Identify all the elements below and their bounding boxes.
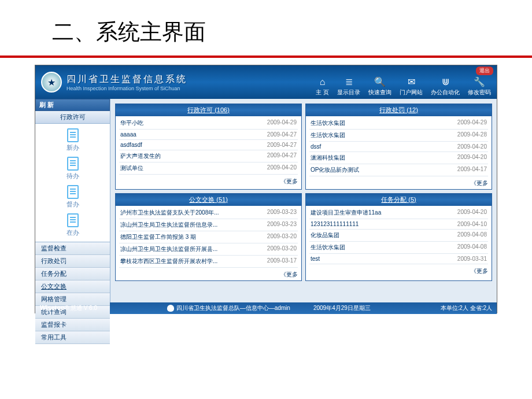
list-item[interactable]: 生活饮水集团2009-04-29 (309, 117, 488, 130)
nav-password[interactable]: 🔧 修改密码 (468, 76, 491, 97)
sidebar-item-label: 待办 (66, 172, 79, 180)
list-item[interactable]: aaaaa2009-04-27 (119, 130, 298, 140)
list-item[interactable]: 潇湘科技集团2009-04-20 (309, 152, 488, 164)
slide-title: 二、系统主界面 (0, 0, 532, 56)
list-item[interactable]: dssf2009-04-20 (309, 142, 488, 152)
user-icon (167, 305, 174, 312)
search-icon: 🔍 (374, 76, 386, 87)
more-link[interactable]: 《更多 (116, 176, 301, 187)
app-title: 四川省卫生监督信息系统 (66, 73, 187, 86)
sidebar-item-label: 新办 (66, 143, 79, 152)
list-icon: ≣ (345, 76, 353, 87)
nav-home[interactable]: ⌂ 主 页 (316, 77, 329, 97)
menu-penalty[interactable]: 行政处罚 (35, 255, 110, 268)
more-link[interactable]: 《更多 (306, 265, 492, 277)
sidebar-section-title: 行政许可 (35, 111, 110, 124)
list-item[interactable]: 1231231111111112009-04-10 (309, 219, 488, 230)
nav-label: 显示目录 (337, 88, 360, 97)
nav-search[interactable]: 🔍 快速查询 (368, 76, 391, 97)
list-item[interactable]: 华平小吃2009-04-29 (119, 117, 298, 130)
nav-label: 快速查询 (368, 88, 391, 97)
panel-header[interactable]: 任务分配 (5) (306, 194, 492, 206)
menu-document[interactable]: 公文交换 (35, 280, 110, 293)
nav-catalog[interactable]: ≣ 显示目录 (337, 76, 360, 97)
nav-label: 主 页 (316, 88, 329, 97)
sidebar: 刷 新 行政许可 新办 待办 督办 在办 (35, 99, 110, 302)
panel-body: 华平小吃2009-04-29 aaaaa2009-04-27 asdfasdf2… (116, 116, 301, 176)
panel-license: 行政许可 (106) 华平小吃2009-04-29 aaaaa2009-04-2… (115, 104, 302, 190)
sidebar-item-inprogress[interactable]: 在办 (35, 211, 110, 239)
list-item[interactable]: 生活饮水集团2009-04-28 (309, 130, 488, 142)
panel-row-2: 公文交换 (51) 泸州市卫生执法监督支队关于2008年...2009-03-2… (115, 193, 492, 281)
sidebar-items: 新办 待办 督办 在办 (35, 124, 110, 242)
list-item[interactable]: 生活饮水集团2009-04-08 (309, 242, 488, 254)
panel-row-1: 行政许可 (106) 华平小吃2009-04-29 aaaaa2009-04-2… (115, 104, 492, 190)
panel-penalty: 行政处罚 (12) 生活饮水集团2009-04-29 生活饮水集团2009-04… (305, 104, 492, 190)
list-item[interactable]: 德阳卫生监督工作简报第 3 期2009-03-20 (119, 231, 298, 243)
sidebar-menu: 监督检查 行政处罚 任务分配 公文交换 网格管理 统计查询 监督报卡 常用工具 (35, 242, 110, 344)
menu-inspection[interactable]: 监督检查 (35, 242, 110, 255)
footer-org: 四川省卫生执法监督总队—信息中心—admin (176, 305, 290, 311)
header-nav: ⌂ 主 页 ≣ 显示目录 🔍 快速查询 ✉ 门户网站 ⋓ 办公自动化 🔧 修改密 (316, 76, 491, 97)
menu-report[interactable]: 监督报卡 (35, 319, 110, 331)
wrench-icon: 🔧 (474, 76, 485, 87)
panel-task: 任务分配 (5) 建设项目卫生审查申请11aa2009-04-20 123123… (305, 193, 492, 281)
nav-portal[interactable]: ✉ 门户网站 (400, 76, 423, 97)
document-icon (67, 213, 79, 227)
panel-body: 建设项目卫生审查申请11aa2009-04-20 123123111111111… (306, 206, 492, 265)
document-icon (67, 185, 79, 199)
panel-header[interactable]: 行政许可 (106) (116, 104, 301, 116)
nav-label: 办公自动化 (431, 88, 460, 97)
footer-datetime: 2009年4月29日星期三 (313, 304, 371, 312)
mail-icon: ✉ (408, 76, 415, 87)
app-window: 退出 ★ 四川省卫生监督信息系统 Health Inspection Infor… (35, 65, 497, 313)
document-icon (67, 128, 79, 142)
nav-label: 修改密码 (468, 88, 491, 97)
home-icon: ⌂ (320, 77, 326, 87)
more-link[interactable]: 《更多 (306, 178, 492, 189)
sidebar-item-new[interactable]: 新办 (35, 126, 110, 154)
app-subtitle: Health Inspection Information System of … (66, 86, 187, 91)
footer-brand: Wisetop® 慧通 V 6.0 (40, 304, 97, 312)
sidebar-item-pending[interactable]: 待办 (35, 154, 110, 183)
panel-body: 生活饮水集团2009-04-29 生活饮水集团2009-04-28 dssf20… (306, 116, 492, 178)
list-item[interactable]: 凉山州卫生局卫生执法监督所开展县...2009-03-20 (119, 243, 298, 256)
sidebar-item-supervise[interactable]: 督办 (35, 183, 110, 211)
list-item[interactable]: 测试单位2009-04-20 (119, 162, 298, 175)
panel-header[interactable]: 公文交换 (51) (116, 194, 301, 206)
main-content: 行政许可 (106) 华平小吃2009-04-29 aaaaa2009-04-2… (110, 99, 497, 302)
footer-center: 四川省卫生执法监督总队—信息中心—admin 2009年4月29日星期三 (167, 304, 371, 312)
sidebar-item-label: 督办 (66, 200, 79, 209)
logo-badge: ★ (41, 72, 62, 93)
logout-button[interactable]: 退出 (476, 66, 493, 75)
footer-stats: 本单位:2人 全省:2人 (441, 304, 492, 312)
list-item[interactable]: 萨大声道发生的2009-04-27 (119, 150, 298, 162)
menu-tools[interactable]: 常用工具 (35, 331, 110, 344)
panel-body: 泸州市卫生执法监督支队关于2008年...2009-03-23 凉山州卫生局卫生… (116, 206, 301, 269)
list-item[interactable]: 化妆品集团2009-04-08 (309, 230, 488, 242)
title-underline (0, 56, 532, 58)
app-body: 刷 新 行政许可 新办 待办 督办 在办 (35, 99, 497, 302)
nav-oa[interactable]: ⋓ 办公自动化 (431, 76, 460, 97)
list-item[interactable]: 攀枝花市西区卫生监督所开展农村学...2009-03-17 (119, 256, 298, 268)
header-left: ★ 四川省卫生监督信息系统 Health Inspection Informat… (41, 72, 187, 93)
title-block: 四川省卫生监督信息系统 Health Inspection Informatio… (66, 73, 187, 91)
nav-label: 门户网站 (400, 88, 423, 97)
sidebar-item-label: 在办 (66, 228, 79, 237)
list-item[interactable]: test2009-03-31 (309, 254, 488, 264)
list-item[interactable]: 建设项目卫生审查申请11aa2009-04-20 (309, 207, 488, 219)
more-link[interactable]: 《更多 (116, 269, 301, 280)
list-item[interactable]: 凉山州卫生局卫生执法监督所信息录...2009-03-23 (119, 219, 298, 231)
list-item[interactable]: 泸州市卫生执法监督支队关于2008年...2009-03-23 (119, 207, 298, 219)
panel-document: 公文交换 (51) 泸州市卫生执法监督支队关于2008年...2009-03-2… (115, 193, 302, 281)
refresh-button[interactable]: 刷 新 (35, 99, 110, 111)
panel-header[interactable]: 行政处罚 (12) (306, 104, 492, 116)
magnet-icon: ⋓ (442, 76, 449, 87)
menu-task[interactable]: 任务分配 (35, 268, 110, 280)
document-icon (67, 157, 79, 171)
list-item[interactable]: OP化妆品新办测试2009-04-17 (309, 164, 488, 176)
list-item[interactable]: asdfasdf2009-04-27 (119, 140, 298, 150)
app-header: 退出 ★ 四川省卫生监督信息系统 Health Inspection Infor… (35, 65, 497, 99)
